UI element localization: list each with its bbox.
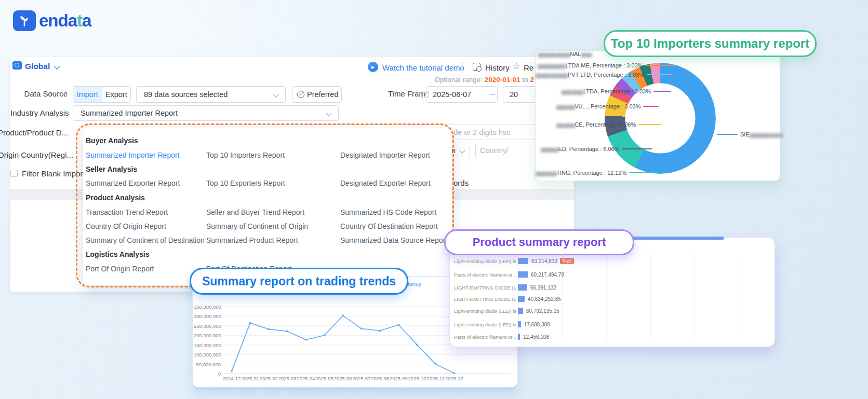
bar-row: Parts of electric filament or ...60,217,… bbox=[454, 271, 769, 278]
menu-item-country-of-origin[interactable]: Country Of Origin Report bbox=[86, 222, 166, 230]
callout-product-summary: Product summary report bbox=[444, 229, 634, 255]
menu-item-designated-importer[interactable]: Designated Importer Report bbox=[340, 151, 430, 159]
origin-country-label: Origin Country(Regi... bbox=[0, 150, 73, 159]
x-axis-tick: 2025-12 bbox=[438, 376, 470, 381]
donut-label: ▆▆▆ ▆▆▆ LTDA, Percentage : 3.03% bbox=[562, 88, 671, 94]
play-icon: ▶ bbox=[368, 62, 378, 72]
bar-row: Parts of electric filament or ...12,456,… bbox=[454, 333, 769, 340]
industry-analysis-menu: Buyer Analysis Summarized Importer Repor… bbox=[83, 128, 452, 285]
range-start-date: 2020-01-01 bbox=[485, 76, 520, 84]
bar-row: LIGHT-EMITTING DIODE (LED) LAM...40,634,… bbox=[454, 295, 769, 302]
bar-label: Parts of electric filament or ... bbox=[454, 272, 516, 278]
donut-label: ▆▆▆ ▆▆ VU..., Percentage : 3.03% bbox=[556, 103, 659, 109]
favorite-link[interactable]: Re bbox=[524, 63, 533, 72]
bar-value: 12,456,108 bbox=[523, 334, 549, 340]
menu-item-summarized-exporter[interactable]: Summarized Exporter Report bbox=[86, 179, 180, 187]
bar-value: 56,391,132 bbox=[530, 285, 556, 291]
import-export-tabs: Import Export bbox=[73, 86, 131, 103]
bar bbox=[518, 334, 520, 340]
preferred-button[interactable]: ✓ Preferred bbox=[292, 86, 342, 103]
menu-item-designated-exporter[interactable]: Designated Exporter Report bbox=[340, 179, 431, 187]
bar bbox=[518, 308, 523, 314]
menu-item-summarized-importer[interactable]: Summarized Importer Report bbox=[86, 151, 180, 159]
check-circle-icon: ✓ bbox=[297, 91, 304, 98]
bar-label: LIGHT-EMITTING DIODE (LED) LAM... bbox=[454, 285, 516, 291]
menu-item-continent-of-destination[interactable]: Summary of Continent of Destination bbox=[86, 236, 205, 244]
logo-sprout-icon bbox=[13, 10, 36, 31]
donut-label: SIE▆▆▆▆▆▆ ▆▆ ▆ bbox=[717, 131, 783, 137]
bar-label: Light-emitting diode (LED) lam... bbox=[454, 322, 516, 327]
bar bbox=[518, 284, 527, 291]
menu-header-product: Product Analysis bbox=[86, 194, 145, 202]
callout-trading-trends: Summary report on trading trends bbox=[190, 268, 408, 295]
bar-label: LIGHT-EMITTING DIODE (LED) LAM... bbox=[454, 296, 516, 302]
top10-importers-card: ▆▆▆▆▆ ▆▆▆▆NAL ▆▆▆ ▆▆▆▆▆▆▆▆ LTDA ME, Perc… bbox=[535, 50, 780, 181]
bar-value: 40,634,252.65 bbox=[528, 296, 561, 302]
bar-row: LIGHT-EMITTING DIODE (LED) LAM...56,391,… bbox=[454, 284, 769, 291]
bar-value: 63,214,813 bbox=[531, 258, 557, 264]
date-range-dash: – bbox=[490, 89, 495, 99]
bar bbox=[518, 258, 528, 264]
menu-item-summarized-product[interactable]: Summarized Product Report bbox=[206, 236, 298, 244]
history-link[interactable]: History bbox=[485, 63, 510, 72]
donut-label: ▆▆▆▆▆ ▆▆▆▆NAL ▆▆▆ bbox=[538, 51, 591, 57]
bar bbox=[518, 296, 525, 302]
chevron-down-icon bbox=[326, 110, 331, 116]
menu-item-summarized-hs-code[interactable]: Summarized HS Code Report bbox=[340, 208, 436, 216]
bar-value: 17,688,388 bbox=[524, 322, 550, 327]
logo-wordmark: endata bbox=[39, 11, 91, 31]
menu-item-transaction-trend[interactable]: Transaction Trend Report bbox=[86, 208, 168, 216]
donut-label: ▆▆▆▆ ▆▆▆▆▆ PVT LTD, Percentage : 3.03% bbox=[536, 72, 673, 78]
data-source-label: Data Source bbox=[10, 89, 68, 98]
menu-item-seller-buyer-trend[interactable]: Seller and Buyer Trend Report bbox=[206, 208, 304, 216]
bar-label: Light-emitting diode (LED) lam... bbox=[454, 308, 516, 314]
bar-label: Parts of electric filament or ... bbox=[454, 334, 516, 340]
menu-item-continent-of-origin[interactable]: Summary of Continent of Origin bbox=[206, 222, 308, 230]
calendar-icon bbox=[421, 91, 429, 98]
range-end-date: 2 bbox=[530, 76, 534, 84]
bar-value: 60,217,494.78 bbox=[531, 272, 564, 278]
donut-label: ▆▆▆▆▆ ED, Percentage : 6.06% bbox=[541, 146, 652, 152]
data-sources-select[interactable]: 89 data sources selected bbox=[136, 86, 286, 103]
menu-item-port-of-origin[interactable]: Port Of Origin Report bbox=[86, 265, 154, 273]
product-label: Product/Product D... bbox=[0, 128, 68, 137]
top3-badge: Top3 bbox=[560, 258, 573, 264]
bar bbox=[518, 321, 521, 327]
menu-header-buyer: Buyer Analysis bbox=[86, 136, 138, 145]
menu-item-top10-exporters[interactable]: Top 10 Exporters Report bbox=[206, 179, 285, 187]
bar-label: Light-emitting diode (LED) lam... bbox=[454, 258, 516, 264]
chevron-down-icon bbox=[273, 91, 278, 97]
bar-row: Light-emitting diode (LED) lam...63,214,… bbox=[454, 257, 769, 265]
callout-top10-importers: Top 10 Importers summary report bbox=[604, 30, 817, 57]
menu-header-seller: Seller Analysis bbox=[86, 165, 137, 173]
globe-icon bbox=[12, 61, 22, 70]
toolbar-divider bbox=[462, 62, 463, 73]
tab-export[interactable]: Export bbox=[102, 87, 131, 102]
records-count: ords bbox=[453, 178, 469, 187]
card-top-accent bbox=[632, 237, 724, 240]
tendata-logo: endata bbox=[13, 10, 91, 31]
star-icon[interactable]: ☆ bbox=[512, 60, 520, 72]
donut-chart bbox=[605, 63, 716, 174]
menu-item-country-of-destination[interactable]: Country Of Destination Report bbox=[340, 222, 438, 230]
filter-blank-checkbox[interactable] bbox=[10, 170, 18, 177]
chevron-down-icon bbox=[54, 63, 60, 69]
menu-item-top10-importers[interactable]: Top 10 Importers Report bbox=[206, 151, 285, 159]
history-icon bbox=[473, 63, 480, 71]
industry-analysis-label: Industry Analysis bbox=[10, 108, 68, 117]
watch-tutorial-link[interactable]: Watch the tutorial demo bbox=[382, 63, 464, 72]
chevron-down-icon bbox=[459, 147, 465, 153]
page: endata Global ▶ Watch the tutorial demo … bbox=[0, 0, 868, 399]
menu-header-logistics: Logistics Analysis bbox=[86, 250, 149, 258]
optional-range: Optional range: 2020-01-01 to 2 bbox=[435, 76, 534, 84]
bar-row: Light-emitting diode (LED) lam...17,688,… bbox=[454, 321, 769, 328]
global-region-selector[interactable]: Global bbox=[25, 62, 50, 71]
date-from-input[interactable]: 2025-06-07 bbox=[426, 86, 498, 103]
bar-value: 30,792,135.15 bbox=[526, 308, 559, 314]
bar bbox=[518, 271, 528, 278]
donut-label: ▆▆▆▆▆▆▆▆ LTDA ME, Percentage : 3.03% bbox=[538, 62, 674, 68]
tab-import[interactable]: Import bbox=[73, 87, 102, 102]
bar-row: Light-emitting diode (LED) lam...30,792,… bbox=[454, 307, 769, 314]
industry-analysis-select[interactable]: Summarized Importer Report bbox=[73, 105, 339, 121]
menu-item-summarized-data-source[interactable]: Summarized Data Source Report bbox=[340, 236, 447, 244]
